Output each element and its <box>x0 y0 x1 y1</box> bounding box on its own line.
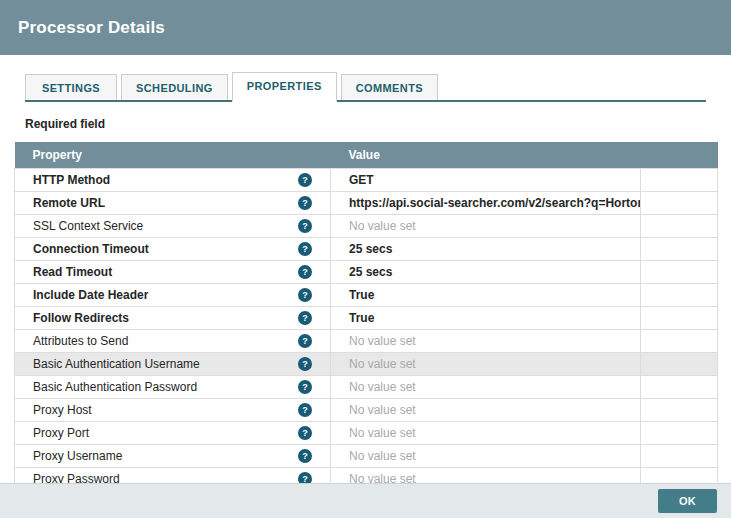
property-cell: Remote URL? <box>15 192 331 215</box>
value-cell: GET <box>331 169 641 192</box>
value-cell: No value set <box>331 445 641 468</box>
property-cell: Read Timeout? <box>15 261 331 284</box>
help-icon[interactable]: ? <box>298 334 312 348</box>
value-cell: 25 secs <box>331 261 641 284</box>
help-icon[interactable]: ? <box>298 173 312 187</box>
table-row: Proxy Password?No value set <box>15 468 718 484</box>
property-cell: SSL Context Service? <box>15 215 331 238</box>
property-cell: Proxy Port? <box>15 422 331 445</box>
value-cell: True <box>331 307 641 330</box>
table-row: Remote URL?https://api.social-searcher.c… <box>15 192 718 215</box>
row-spacer <box>641 169 718 192</box>
property-cell: Include Date Header? <box>15 284 331 307</box>
table-row: Basic Authentication Password?No value s… <box>15 376 718 399</box>
property-value: No value set <box>349 426 416 440</box>
row-spacer <box>641 376 718 399</box>
property-value: True <box>349 311 374 325</box>
property-value: No value set <box>349 357 416 371</box>
help-icon[interactable]: ? <box>298 472 312 483</box>
property-name: SSL Context Service <box>33 219 143 233</box>
tab-comments[interactable]: COMMENTS <box>341 74 438 100</box>
row-spacer <box>641 399 718 422</box>
help-icon[interactable]: ? <box>298 357 312 371</box>
table-row: Connection Timeout?25 secs <box>15 238 718 261</box>
property-value: 25 secs <box>349 265 392 279</box>
row-spacer <box>641 468 718 484</box>
tab-bar: SETTINGSSCHEDULINGPROPERTIESCOMMENTS <box>25 72 706 102</box>
processor-details-dialog: Processor Details SETTINGSSCHEDULINGPROP… <box>0 0 731 518</box>
property-cell: Proxy Host? <box>15 399 331 422</box>
property-name: Attributes to Send <box>33 334 128 348</box>
tab-label: SETTINGS <box>42 82 100 94</box>
tab-label: PROPERTIES <box>247 80 322 92</box>
property-name: Proxy Port <box>33 426 89 440</box>
property-name: Remote URL <box>33 196 105 210</box>
property-value: No value set <box>349 472 416 483</box>
property-value: No value set <box>349 403 416 417</box>
dialog-body: SETTINGSSCHEDULINGPROPERTIESCOMMENTS Req… <box>0 55 731 483</box>
ok-button[interactable]: OK <box>658 489 717 513</box>
help-icon[interactable]: ? <box>298 426 312 440</box>
table-row: Proxy Host?No value set <box>15 399 718 422</box>
help-icon[interactable]: ? <box>298 311 312 325</box>
help-icon[interactable]: ? <box>298 265 312 279</box>
value-cell: True <box>331 284 641 307</box>
value-cell: No value set <box>331 215 641 238</box>
row-spacer <box>641 307 718 330</box>
table-row: Proxy Username?No value set <box>15 445 718 468</box>
property-cell: Connection Timeout? <box>15 238 331 261</box>
tab-properties[interactable]: PROPERTIES <box>232 72 337 102</box>
row-spacer <box>641 422 718 445</box>
required-field-label: Required field <box>25 117 706 131</box>
row-spacer <box>641 330 718 353</box>
table-row: Follow Redirects?True <box>15 307 718 330</box>
tab-scheduling[interactable]: SCHEDULING <box>121 74 228 100</box>
property-name: Proxy Password <box>33 472 120 483</box>
table-row: Basic Authentication Username?No value s… <box>15 353 718 376</box>
properties-table: Property Value HTTP Method?GETRemote URL… <box>14 142 717 483</box>
value-cell: No value set <box>331 353 641 376</box>
property-value: No value set <box>349 380 416 394</box>
property-value: No value set <box>349 219 416 233</box>
row-spacer <box>641 284 718 307</box>
property-name: Proxy Username <box>33 449 122 463</box>
help-icon[interactable]: ? <box>298 380 312 394</box>
column-header-property: Property <box>15 142 331 169</box>
property-value: 25 secs <box>349 242 392 256</box>
help-icon[interactable]: ? <box>298 219 312 233</box>
property-cell: HTTP Method? <box>15 169 331 192</box>
row-spacer <box>641 353 718 376</box>
row-spacer <box>641 261 718 284</box>
dialog-footer: OK <box>0 483 731 518</box>
value-cell: 25 secs <box>331 238 641 261</box>
value-cell: No value set <box>331 376 641 399</box>
property-name: Basic Authentication Username <box>33 357 200 371</box>
table-row: Read Timeout?25 secs <box>15 261 718 284</box>
property-name: Connection Timeout <box>33 242 149 256</box>
value-cell: No value set <box>331 468 641 484</box>
row-spacer <box>641 445 718 468</box>
property-name: Include Date Header <box>33 288 148 302</box>
property-name: Proxy Host <box>33 403 92 417</box>
column-header-value: Value <box>331 142 641 169</box>
table-row: SSL Context Service?No value set <box>15 215 718 238</box>
dialog-header: Processor Details <box>0 0 731 55</box>
help-icon[interactable]: ? <box>298 403 312 417</box>
property-cell: Proxy Password? <box>15 468 331 484</box>
property-value: No value set <box>349 449 416 463</box>
column-header-spacer <box>641 142 718 169</box>
help-icon[interactable]: ? <box>298 288 312 302</box>
help-icon[interactable]: ? <box>298 196 312 210</box>
property-name: Read Timeout <box>33 265 112 279</box>
value-cell: No value set <box>331 330 641 353</box>
help-icon[interactable]: ? <box>298 242 312 256</box>
property-value: No value set <box>349 334 416 348</box>
property-cell: Basic Authentication Username? <box>15 353 331 376</box>
tab-label: SCHEDULING <box>136 82 213 94</box>
table-row: Attributes to Send?No value set <box>15 330 718 353</box>
tab-settings[interactable]: SETTINGS <box>25 74 117 100</box>
help-icon[interactable]: ? <box>298 449 312 463</box>
table-row: HTTP Method?GET <box>15 169 718 192</box>
property-cell: Proxy Username? <box>15 445 331 468</box>
tab-label: COMMENTS <box>356 82 423 94</box>
